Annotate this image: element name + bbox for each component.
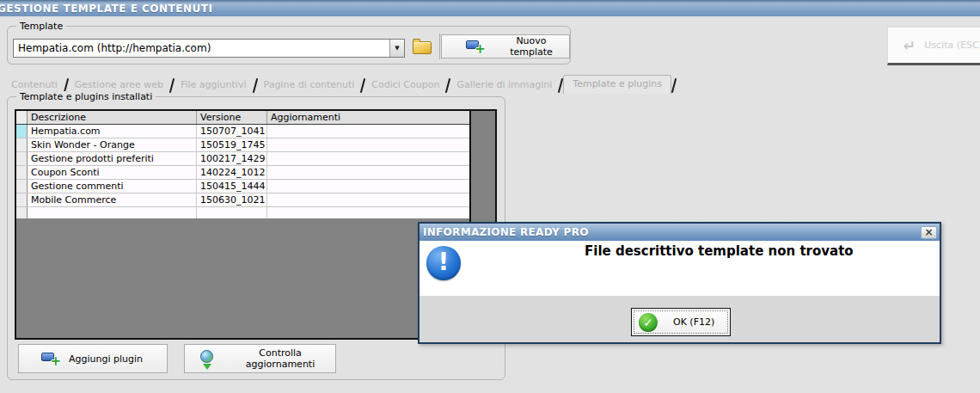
plugins-grid-body: Descrizione Versione Aggiornamenti Hempa…: [16, 111, 469, 338]
new-template-label: Nuovo template: [493, 35, 569, 58]
dialog-message: File descrittivo template non trovato: [585, 243, 854, 259]
column-header-aggiornamenti[interactable]: Aggiornamenti: [267, 111, 469, 124]
tab-template-e-plugins[interactable]: Template e plugins: [563, 75, 671, 94]
template-groupbox: Template Hempatia.com (http://hempatia.c…: [7, 26, 571, 64]
exit-label: Uscita (ESC): [924, 40, 980, 51]
table-row[interactable]: Coupon Sconti 140224_1012: [16, 166, 469, 180]
add-plugin-label: Aggiungi plugin: [69, 353, 143, 365]
new-template-button[interactable]: + Nuovo template: [441, 34, 570, 58]
row-selector[interactable]: [16, 166, 28, 179]
chevron-down-icon: ▼: [395, 45, 399, 52]
dialog-title: INFORMAZIONE READY PRO: [423, 226, 921, 238]
tab-codici-coupon[interactable]: Codici Coupon: [365, 77, 445, 94]
window-titlebar: GESTIONE TEMPLATE E CONTENUTI: [0, 0, 980, 16]
app-window: GESTIONE TEMPLATE E CONTENUTI Template H…: [0, 0, 980, 393]
table-row[interactable]: Gestione commenti 150415_1444: [16, 180, 469, 193]
toolbar-separator: [439, 34, 440, 59]
template-select-value: Hempatia.com (http://hempatia.com): [14, 42, 389, 54]
ok-button[interactable]: ✓ OK (F12): [631, 308, 731, 336]
template-groupbox-label: Template: [16, 21, 66, 32]
check-updates-button[interactable]: Controlla aggiornamenti: [184, 344, 336, 373]
tab-separator: [671, 78, 677, 93]
check-updates-label: Controlla aggiornamenti: [225, 347, 335, 370]
row-selector-active[interactable]: [16, 125, 28, 138]
table-row[interactable]: Hempatia.com 150707_1041: [16, 125, 469, 138]
info-icon: !: [426, 246, 461, 280]
dialog-titlebar: INFORMAZIONE READY PRO ×: [420, 224, 940, 241]
new-template-icon: +: [466, 40, 485, 53]
template-select[interactable]: Hempatia.com (http://hempatia.com) ▼: [13, 39, 405, 58]
column-header-descrizione[interactable]: Descrizione: [28, 111, 197, 124]
row-selector[interactable]: [16, 152, 28, 165]
add-plugin-button[interactable]: + Aggiungi plugin: [18, 344, 168, 373]
info-dialog: INFORMAZIONE READY PRO × ! File descritt…: [418, 222, 941, 344]
tab-pagine-di-contenuti[interactable]: Pagine di contenuti: [258, 77, 361, 94]
dialog-close-button[interactable]: ×: [921, 226, 937, 239]
exit-button[interactable]: ↵ Uscita (ESC): [887, 27, 980, 65]
combo-dropdown-button[interactable]: ▼: [389, 40, 404, 57]
grid-header-row: Descrizione Versione Aggiornamenti: [16, 111, 469, 125]
dialog-body: ! File descrittivo template non trovato: [420, 241, 940, 296]
tab-gallerie-di-immagini[interactable]: Gallerie di immagini: [450, 77, 558, 94]
row-selector[interactable]: [16, 180, 28, 193]
ok-button-label: OK (F12): [673, 316, 714, 328]
window-title: GESTIONE TEMPLATE E CONTENUTI: [0, 3, 212, 15]
table-row-empty: [16, 207, 469, 218]
exit-icon: ↵: [903, 37, 916, 54]
open-template-folder-button[interactable]: [409, 36, 435, 59]
close-icon: ×: [924, 228, 933, 236]
row-selector[interactable]: [16, 138, 28, 151]
add-plugin-icon: +: [41, 352, 60, 365]
tab-file-aggiuntivi[interactable]: File aggiuntivi: [175, 77, 253, 94]
table-row[interactable]: Gestione prodotti preferiti 100217_1429: [16, 152, 469, 166]
column-header-versione[interactable]: Versione: [197, 111, 267, 124]
installed-plugins-label: Template e plugins installati: [16, 91, 156, 102]
row-selector[interactable]: [16, 193, 28, 206]
table-row[interactable]: Skin Wonder - Orange 150519_1745: [16, 138, 469, 152]
globe-download-icon: [199, 350, 217, 367]
dialog-footer: ✓ OK (F12): [420, 296, 940, 342]
table-row[interactable]: Mobile Commerce 150630_1021: [16, 193, 469, 207]
grid-selector-header: [16, 111, 28, 124]
check-icon: ✓: [639, 313, 658, 332]
folder-icon: [413, 41, 432, 54]
